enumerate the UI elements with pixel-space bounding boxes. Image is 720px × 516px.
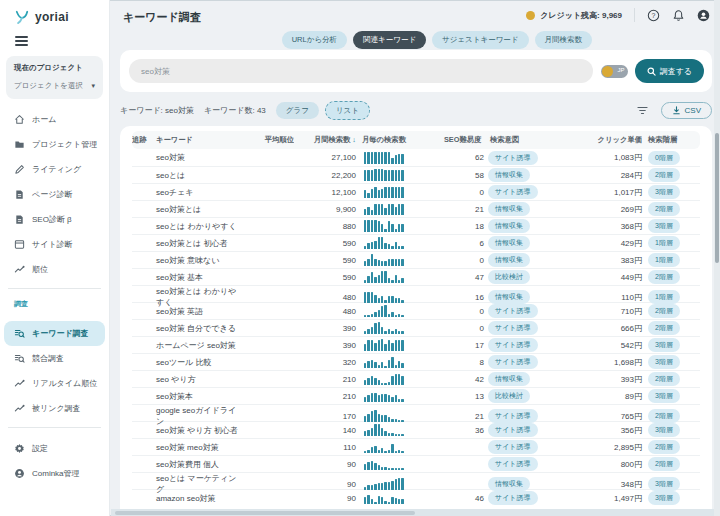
table-row[interactable]: seo対策27,10062サイト誘導1,083円0階層 [132, 149, 700, 166]
hamburger-menu-icon[interactable] [15, 36, 28, 46]
column-header[interactable]: 追跡 [132, 135, 154, 145]
keyword-search-input[interactable] [129, 59, 593, 83]
sidebar-item-page-check[interactable]: ページ診断 [0, 182, 109, 207]
column-header[interactable]: 月間検索数↓ [296, 135, 356, 145]
horizontal-scrollbar[interactable] [111, 509, 714, 516]
tab-related-keywords[interactable]: 関連キーワード [353, 31, 426, 49]
sidebar-item-backlink-research[interactable]: 被リンク調査 [0, 396, 109, 421]
sidebar-item-label: ライティング [32, 164, 81, 175]
table-row[interactable]: seoツール 比較3208サイト誘導1,698円3階層 [132, 353, 700, 370]
column-header[interactable]: 月毎の検索数 [358, 135, 438, 145]
vertical-scrollbar-thumb[interactable] [715, 133, 719, 263]
monthly-volume-histogram [358, 254, 438, 266]
tier-cell: 2階層 [644, 168, 700, 182]
tab-url-analysis[interactable]: URLから分析 [282, 31, 347, 49]
intent-cell: 情報収集 [486, 202, 566, 216]
table-row[interactable]: seo対策本21013比較検討89円3階層 [132, 387, 700, 404]
intent-badge: 情報収集 [488, 477, 530, 491]
tab-suggest-keywords[interactable]: サジェストキーワード [432, 31, 528, 49]
logo[interactable]: yoriai [0, 0, 109, 24]
keyword-table: 追跡キーワード平均順位月間検索数↓月毎の検索数SEO難易度検索意図クリック単価検… [120, 126, 712, 516]
table-row[interactable]: google seoガイドライン17021サイト誘導765円2階層 [132, 404, 700, 421]
vertical-scrollbar[interactable] [714, 0, 720, 516]
user-avatar-icon[interactable] [697, 9, 710, 22]
cpc-cell: 89円 [568, 391, 642, 402]
filter-icon[interactable] [636, 104, 649, 117]
table-row[interactable]: seo対策 やり方 初心者14036サイト誘導356円3階層 [132, 421, 700, 438]
monthly-volume-histogram [358, 152, 438, 164]
horizontal-scrollbar-thumb[interactable] [115, 511, 415, 515]
table-row[interactable]: seo やり方21042情報収集393円2階層 [132, 370, 700, 387]
table-row[interactable]: seo対策 meo対策110サイト誘導2,895円2階層 [132, 438, 700, 455]
table-row[interactable]: seo対策 英語4800サイト誘導710円2階層 [132, 302, 700, 319]
column-header[interactable]: 検索階層 [644, 135, 700, 145]
column-header[interactable]: クリック単価 [568, 135, 642, 145]
table-row[interactable]: seo対策費用 個人90サイト誘導800円2階層 [132, 455, 700, 472]
tier-cell: 1階層 [644, 253, 700, 267]
table-row[interactable]: seo対策 自分でできる3900サイト誘導666円2階層 [132, 319, 700, 336]
table-header-row: 追跡キーワード平均順位月間検索数↓月毎の検索数SEO難易度検索意図クリック単価検… [132, 131, 700, 149]
monthly-volume-cell: 27,100 [296, 153, 356, 162]
sidebar-item-seo-check[interactable]: SEO診断 β [0, 207, 109, 232]
sidebar-item-site-check[interactable]: サイト診断 [0, 232, 109, 257]
table-row[interactable]: amazon seo対策9046サイト誘導1,497円3階層 [132, 489, 700, 506]
table-row[interactable]: seoとは22,20058情報収集284円2階層 [132, 166, 700, 183]
column-header[interactable]: 平均順位 [246, 135, 294, 145]
page-title: キーワード調査 [123, 10, 201, 25]
sidebar-item-writing[interactable]: ライティング [0, 157, 109, 182]
table-row[interactable]: ホームページ seo対策39017サイト誘導542円3階層 [132, 336, 700, 353]
admin-icon [14, 468, 25, 479]
seo-difficulty-cell: 0 [440, 256, 484, 265]
table-row[interactable]: seo対策とは 初心者5906情報収集429円1階層 [132, 234, 700, 251]
search-button[interactable]: 調査する [635, 59, 704, 83]
help-icon[interactable]: ? [647, 9, 660, 22]
tier-badge: 1階層 [648, 290, 680, 304]
sidebar-item-label: 設定 [32, 443, 48, 454]
intent-cell: サイト誘導 [486, 151, 566, 165]
tab-monthly-search-volume[interactable]: 月間検索数 [535, 31, 593, 49]
intent-badge: サイト誘導 [488, 409, 538, 423]
sidebar-item-home[interactable]: ホーム [0, 107, 109, 132]
table-row[interactable]: seoとは マーケティング90情報収集348円3階層 [132, 472, 700, 489]
logo-text: yoriai [35, 10, 69, 24]
tier-cell: 3階層 [644, 185, 700, 199]
keyword-cell: seoツール 比較 [156, 357, 244, 368]
column-header[interactable]: SEO難易度 [440, 135, 484, 145]
table-row[interactable]: seoとは わかりやすく88018情報収集368円3階層 [132, 217, 700, 234]
sidebar-item-realtime-rank[interactable]: リアルタイム順位 [0, 371, 109, 396]
sidebar-item-label: ホーム [32, 114, 56, 125]
table-row[interactable]: seo対策 基本59047比較検討449円2階層 [132, 268, 700, 285]
tier-badge: 2階層 [648, 202, 680, 216]
project-select-dropdown[interactable]: プロジェクトを選択 ▾ [14, 81, 95, 91]
cpc-cell: 393円 [568, 374, 642, 385]
sidebar-item-project-management[interactable]: プロジェクト管理 [0, 132, 109, 157]
column-header[interactable]: キーワード [156, 135, 244, 145]
seo-difficulty-cell: 0 [440, 188, 484, 197]
table-row[interactable]: seoチェキ12,1000サイト誘導1,017円3階層 [132, 183, 700, 200]
sidebar-item-settings[interactable]: 設定 [0, 436, 109, 461]
keyword-cell: seo対策 やり方 初心者 [156, 425, 244, 436]
monthly-volume-histogram [358, 305, 438, 317]
keyword-cell: seo対策費用 個人 [156, 459, 244, 470]
sidebar-item-cominka-admin[interactable]: Cominka管理 [0, 461, 109, 486]
sidebar-item-competitor-research[interactable]: 競合調査 [0, 346, 109, 371]
sidebar-item-rank[interactable]: 順位 [0, 257, 109, 282]
keyword-cell: seoとは わかりやすく [156, 221, 244, 232]
table-row[interactable]: seo対策とは わかりやすく48016情報収集110円1階層 [132, 285, 700, 302]
cpc-cell: 429円 [568, 238, 642, 249]
csv-export-button[interactable]: CSV [661, 102, 712, 119]
language-toggle[interactable]: JP [601, 65, 628, 78]
table-row[interactable]: seo対策 意味ない5900情報収集383円1階層 [132, 251, 700, 268]
monthly-volume-cell: 480 [296, 307, 356, 316]
notifications-bell-icon[interactable] [672, 9, 685, 22]
tier-badge: 1階層 [648, 253, 680, 267]
graph-view-button[interactable]: グラフ [276, 102, 319, 119]
sidebar-item-keyword-research[interactable]: キーワード調査 [4, 321, 105, 346]
sidebar-item-label: リアルタイム順位 [32, 378, 97, 389]
list-view-button[interactable]: リスト [325, 101, 370, 120]
column-header[interactable]: 検索意図 [486, 135, 566, 145]
monthly-volume-cell: 320 [296, 358, 356, 367]
sidebar-item-label: キーワード調査 [32, 328, 89, 339]
project-selector: 現在のプロジェクト プロジェクトを選択 ▾ [6, 56, 103, 99]
table-row[interactable]: seo対策とは9,90021情報収集269円2階層 [132, 200, 700, 217]
